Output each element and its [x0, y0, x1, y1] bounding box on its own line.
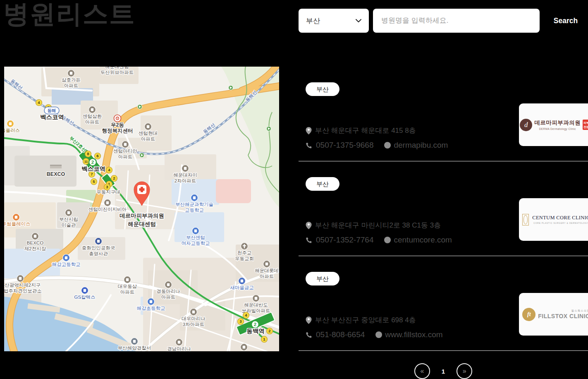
svg-text:제2전시장: 제2전시장: [24, 246, 46, 251]
hospital-logo-centum[interactable]: CENTUM CORE CLINIC CORE PLASTIC SURGERY …: [519, 198, 588, 241]
logo-name: CENTUM CORE CLINIC: [532, 215, 588, 221]
map-poi: [241, 344, 248, 351]
hospital-logo-fillstox[interactable]: ft 필스톡스의원 FILLSTOX CLINIC: [519, 293, 588, 336]
hospital-list: 부산 부산 해운대구 해운대로 415 8층 0507-1375-9668 de…: [299, 67, 588, 379]
prev-icon: «: [420, 367, 424, 375]
svg-text:2: 2: [113, 176, 115, 180]
next-icon: »: [463, 367, 466, 375]
svg-text:부산해양경찰서: 부산해양경찰서: [118, 345, 151, 350]
svg-text:불법주차견인보관소: 불법주차견인보관소: [4, 288, 42, 293]
svg-text:BEXCO: BEXCO: [47, 171, 65, 177]
svg-text:부산센텀: 부산센텀: [186, 235, 205, 240]
location-pin-icon: [306, 127, 312, 134]
svg-text:4: 4: [38, 100, 40, 105]
website-group: dermapibu.com: [384, 141, 448, 150]
subway-exit-badge: 8: [85, 151, 91, 157]
map[interactable]: 삼호가든아파트해운대센텀두산위브아파트센텀삼환아파트우2동행정복지센터홈플러스센…: [4, 67, 279, 351]
hospital-website[interactable]: centumcore.com: [394, 235, 452, 245]
subway-exit-badge: 4: [243, 312, 249, 319]
region-badge: 부산: [306, 177, 339, 191]
centum-ornament-icon: [522, 214, 529, 225]
pagination-current-page[interactable]: 1: [442, 368, 445, 375]
page-title: 병원리스트: [3, 0, 136, 31]
pagination-prev-button[interactable]: «: [414, 363, 430, 379]
location-pin-icon: [306, 317, 312, 324]
svg-text:고등학교: 고등학교: [185, 208, 204, 213]
svg-text:우동지구대: 우동지구대: [96, 190, 120, 194]
svg-text:센텀미진이지비아: 센텀미진이지비아: [88, 207, 127, 212]
svg-text:아파트: 아파트: [118, 154, 133, 159]
search-button[interactable]: Search: [547, 9, 585, 33]
svg-text:해운대자이: 해운대자이: [173, 173, 197, 178]
phone-icon: [306, 142, 312, 149]
globe-icon: [384, 237, 391, 243]
logo-en-name: DERMA Dermatology Clinic: [534, 127, 581, 130]
trail-arrow-icon: [229, 86, 233, 90]
svg-text:홈플러스: 홈플러스: [4, 128, 20, 133]
pagination-next-button[interactable]: »: [457, 363, 472, 379]
svg-text:3차아파트: 3차아파트: [183, 322, 204, 327]
svg-text:두산위브아파트: 두산위브아파트: [100, 70, 134, 75]
svg-text:대우마리나: 대우마리나: [182, 316, 206, 321]
region-select[interactable]: 부산: [299, 9, 369, 33]
svg-text:4: 4: [108, 168, 110, 172]
subway-exit-badge: 11: [83, 158, 89, 165]
svg-text:아파트: 아파트: [260, 274, 274, 279]
line2-station-badge: 2: [251, 321, 259, 328]
svg-text:4: 4: [245, 313, 247, 317]
svg-text:해운대롯데: 해운대롯데: [255, 268, 279, 273]
svg-text:3: 3: [106, 185, 108, 189]
svg-text:경남마리나: 경남마리나: [167, 346, 191, 351]
svg-text:GS칼텍스: GS칼텍스: [74, 295, 95, 300]
hospital-logo-derma[interactable]: d 데르마피부과의원 DERMA Dermatology Clinic 피부과 …: [519, 103, 588, 146]
logo-kr-name: 필스톡스의원: [571, 309, 588, 313]
svg-text:동백역: 동백역: [246, 328, 265, 334]
svg-text:동해: 동해: [48, 108, 56, 113]
trail-arrow-icon: [140, 153, 144, 158]
map-poi: 해운대센텀두산위브아파트: [100, 67, 134, 75]
svg-text:우2동: 우2동: [111, 122, 124, 128]
svg-text:우동교회: 우동교회: [235, 256, 254, 261]
chevron-down-icon: [356, 19, 361, 23]
svg-text:해강초등학교: 해강초등학교: [137, 306, 165, 311]
hospital-website[interactable]: dermapibu.com: [394, 141, 448, 150]
svg-text:센텀삼환: 센텀삼환: [83, 114, 102, 119]
subway-exit-badge: 6: [95, 153, 101, 159]
subway-exit-badge: 3: [238, 319, 244, 325]
subway-exit-badge: 3: [104, 184, 110, 190]
svg-text:5: 5: [93, 179, 95, 184]
svg-text:2차아파트: 2차아파트: [174, 178, 196, 183]
hospital-website[interactable]: www.fillstox.com: [385, 330, 442, 339]
svg-text:삼호가든: 삼호가든: [62, 77, 81, 82]
fillstox-monogram-icon: ft: [522, 308, 535, 321]
svg-text:6: 6: [96, 154, 98, 158]
hospital-phone: 0507-1352-7764: [316, 235, 373, 245]
phone-icon: [306, 237, 312, 243]
svg-text:8: 8: [87, 151, 89, 156]
svg-text:여자고등학교: 여자고등학교: [182, 241, 210, 246]
logo-subtitle: CORE PLASTIC SURGERY & DERMATOLOGY: [532, 222, 588, 224]
website-group: centumcore.com: [384, 235, 452, 245]
svg-text:아파트: 아파트: [120, 290, 135, 295]
svg-text:대우동삼: 대우동삼: [118, 284, 137, 289]
region-badge: 부산: [306, 272, 339, 285]
svg-text:7: 7: [91, 172, 93, 176]
svg-text:미술관: 미술관: [62, 223, 76, 228]
region-select-value: 부산: [306, 16, 320, 26]
hospital-card: 부산 부산 해운대구 마린시티2로 38 C1동 3층 0507-1352-77…: [299, 161, 588, 256]
svg-text:부산시립: 부산시립: [59, 217, 78, 222]
svg-text:총영사관: 총영사관: [89, 251, 108, 256]
svg-text:아파트: 아파트: [161, 295, 176, 300]
svg-text:벡스코역: 벡스코역: [81, 166, 105, 172]
svg-text:새마을금고: 새마을금고: [230, 285, 254, 290]
hospital-search-input[interactable]: [373, 9, 540, 33]
hospital-phone: 0507-1375-9668: [316, 141, 373, 150]
svg-text:해운대센텀: 해운대센텀: [128, 221, 156, 227]
logo-kr-name: 데르마피부과의원: [534, 119, 581, 127]
specialist-badge: 피부과 전문의: [583, 120, 588, 130]
svg-text:2: 2: [254, 322, 256, 327]
svg-text:BEXCO: BEXCO: [27, 240, 43, 245]
station-label: 벡스코역: [40, 114, 64, 120]
svg-text:투썸플레이스: 투썸플레이스: [4, 221, 31, 226]
subway-exit-badge: 5: [91, 179, 97, 185]
